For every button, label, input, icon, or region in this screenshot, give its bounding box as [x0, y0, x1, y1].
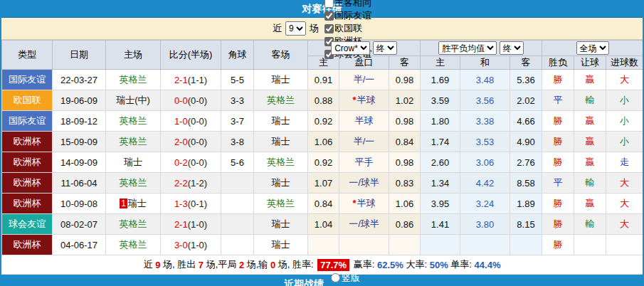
- home-team: 英格兰: [106, 132, 161, 152]
- handicap-line: [339, 235, 389, 255]
- odds-lose: 1.89: [510, 194, 542, 214]
- summary-segment: 62.5%: [377, 260, 403, 270]
- summary-segment: 赢率:: [351, 258, 377, 271]
- corner-score: 5-6: [221, 152, 254, 173]
- corner-score: [221, 214, 254, 235]
- handicap-away-odds: 0.84: [389, 132, 421, 152]
- odds-win: 1.69: [421, 70, 460, 90]
- rank-badge: 1: [120, 198, 127, 208]
- sub-header-handicap-result: 让球: [574, 56, 606, 70]
- summary-segment: 9: [155, 260, 160, 270]
- result-goals: [606, 235, 643, 255]
- halftime-score: (0-0): [188, 137, 207, 147]
- fulltime-score: 1-0: [174, 116, 188, 127]
- home-team: 英格兰: [106, 111, 161, 132]
- result-outcome: 勝: [542, 194, 574, 214]
- handicap-home-odds: [308, 235, 339, 255]
- fulltime-score: 2-1: [174, 219, 188, 230]
- odds-lose: 4.90: [510, 132, 542, 152]
- filter-checkbox-国际友谊[interactable]: 国际友谊: [320, 9, 371, 22]
- halftime-score: (0-1): [188, 198, 207, 209]
- match-date: 08-02-07: [53, 214, 106, 235]
- match-row: 国际友谊18-09-12英格兰1-0(0-0)3-7瑞士0.92半球0.981.…: [2, 111, 643, 132]
- col-header-score: 比分(半场): [161, 41, 221, 70]
- checkbox-国际友谊[interactable]: [324, 11, 334, 21]
- handicap-away-odds: 0.86: [389, 214, 421, 235]
- fulltime-score: 0-2: [174, 157, 188, 168]
- result-goals: 小: [606, 132, 643, 152]
- checkbox-label: 欧国联: [334, 22, 362, 35]
- corner-score: 5-5: [221, 70, 254, 90]
- handicap-away-odds: [389, 235, 421, 255]
- summary-segment: 场, 胜率:: [275, 258, 316, 271]
- sub-header-result: 胜负: [542, 56, 574, 70]
- win-rate-badge: 77.7%: [317, 259, 349, 271]
- sub-header-odds-draw: 和: [460, 56, 510, 70]
- score: 2-1(1-1): [161, 70, 221, 90]
- fulltime-score: 2-0: [174, 137, 188, 147]
- result-goals: 小: [606, 90, 643, 111]
- halftime-score: (0-0): [188, 116, 207, 127]
- away-team: 瑞士: [254, 173, 308, 194]
- footer-bar: 近期战绩 竖版横版: [1, 275, 643, 286]
- corner-score: 3-7: [221, 111, 254, 132]
- odds-win: 1.41: [421, 214, 460, 235]
- col-header-type: 类型: [2, 41, 53, 70]
- match-type-badge: 欧洲杯: [2, 235, 53, 255]
- corner-score: [221, 235, 254, 255]
- radio-竖版[interactable]: [331, 273, 340, 282]
- sub-header-odds-win: 主: [421, 56, 460, 70]
- layout-option-竖版[interactable]: 竖版: [327, 272, 360, 285]
- match-type-badge: 国际友谊: [2, 111, 53, 132]
- filter-checkbox-主客相同[interactable]: 主客相同: [320, 0, 371, 9]
- away-team: 瑞士: [254, 235, 308, 255]
- odds-win: 1.80: [421, 111, 460, 132]
- handicap-home-odds: 1.06: [308, 132, 339, 152]
- home-team: 英格兰: [106, 70, 161, 90]
- odds-draw: 3.53: [460, 132, 510, 152]
- period-select[interactable]: 全场: [576, 41, 609, 55]
- result-goals: 小: [606, 111, 643, 132]
- odds-time-select[interactable]: 终: [500, 41, 524, 55]
- home-team: 英格兰: [106, 214, 161, 235]
- handicap-home-odds: 0.84: [308, 194, 339, 214]
- away-team: 瑞士: [254, 70, 308, 90]
- away-team: 英格兰: [254, 152, 308, 173]
- handicap-time-select[interactable]: 终: [373, 41, 397, 55]
- filter-checkbox-欧国联[interactable]: 欧国联: [320, 22, 371, 35]
- away-team: 瑞士: [254, 111, 308, 132]
- match-type-badge: 国际友谊: [2, 70, 53, 90]
- odds-type-select[interactable]: 胜平负均值: [438, 41, 497, 55]
- handicap-line: *半球: [339, 90, 389, 111]
- match-count-select[interactable]: 9: [285, 21, 306, 36]
- odds-draw: [460, 235, 510, 255]
- summary-segment: 近: [144, 258, 156, 271]
- result-goals: 大: [606, 214, 643, 235]
- result-outcome: 勝: [542, 214, 574, 235]
- checkbox-主客相同[interactable]: [324, 0, 334, 8]
- odds-group-header: 胜平负均值 终: [421, 41, 542, 56]
- away-team: 瑞士: [254, 132, 308, 152]
- summary-segment: 0: [270, 260, 275, 270]
- away-team: 英格兰: [254, 90, 308, 111]
- match-date: 15-09-09: [53, 132, 106, 152]
- handicap-away-odds: 1.02: [389, 90, 421, 111]
- checkbox-label: 主客相同: [334, 0, 371, 9]
- summary-segment: 2: [239, 260, 244, 270]
- summary-segment: 单率:: [448, 258, 475, 271]
- checkbox-欧国联[interactable]: [324, 24, 334, 33]
- checkbox-label: 国际友谊: [334, 9, 371, 22]
- odds-lose: 2.02: [510, 90, 542, 111]
- handicap-away-odds: 0.98: [389, 152, 421, 173]
- odds-lose: 8.15: [510, 214, 542, 235]
- score: 2-0(0-0): [161, 132, 221, 152]
- sub-header-goals-result: 进球数: [606, 56, 643, 70]
- bookmaker-select[interactable]: Crow*: [331, 41, 370, 55]
- result-handicap: 贏: [574, 70, 606, 90]
- result-handicap: 贏: [574, 152, 606, 173]
- halftime-score: (0-0): [188, 157, 207, 168]
- record-summary: 近 9 场, 胜出 7 场,平局 2 场,输 0 场, 胜率: 77.7% 赢率…: [1, 255, 643, 275]
- home-team: 英格兰: [106, 235, 161, 255]
- halftime-score: (1-0): [188, 240, 207, 250]
- score: 2-2(1-2): [161, 173, 221, 194]
